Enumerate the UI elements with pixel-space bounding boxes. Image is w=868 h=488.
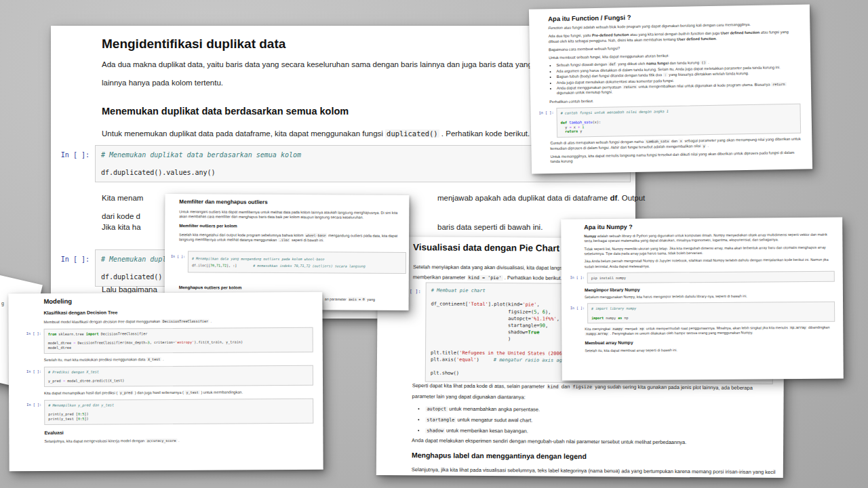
paragraph: Untuk membuat sebuah fungsi, kita dapat … (549, 51, 800, 60)
paragraph: Setelah kita mengetahui dari output kode… (179, 232, 403, 243)
paragraph: Anda dapat melakukan eksperimen sendiri … (412, 435, 686, 447)
section-heading: Menemukan duplikat data berdasarkan semu… (102, 106, 349, 117)
section-heading: Mengimpor library Numpy (585, 286, 835, 293)
paragraph: Kita menyingkat numpy menjadi np untuk m… (585, 325, 835, 337)
paragraph: Membuat model klasifikasi dengan decisio… (44, 319, 313, 325)
paragraph: Numpy adalah sebuah library di Python ya… (584, 232, 834, 244)
paragraph-line: lainnya hanya pada kolom tertentu. (102, 79, 223, 87)
cell-prompt: In [ ]: (167, 251, 188, 259)
paragraph: Setelah itu, kita dapat membuat array se… (585, 346, 835, 353)
code-cell: In [ ]: # Menampilkan data yang mengandu… (167, 251, 406, 274)
paragraph: Seperti dapat kita lihat pada kode di at… (412, 380, 775, 404)
cell-prompt: In [ ]: (21, 329, 44, 337)
paragraph: Perhatikan contoh berikut. (549, 96, 800, 105)
paragraph-fragment: an parameter axis = 0 yang (325, 297, 375, 302)
paragraph: Bagaimana cara membuat sebuah fungsi? (549, 43, 800, 52)
parameter-list: autopct untuk menambahkan angka persenta… (416, 403, 540, 436)
paragraph: Contoh di atas merupakan sebuah fungsi d… (550, 137, 801, 151)
paragraph: Kita dapat menampilkan hasil dari predik… (44, 390, 313, 396)
cell-prompt: In [ ]: (21, 400, 44, 408)
code-editor[interactable]: # import library numpy import numpy as n… (587, 302, 835, 323)
paragraph: Function atau fungsi adalah sebuah blok … (548, 22, 799, 31)
paragraph: Setelah itu, mari kita melakukan prediks… (44, 356, 313, 362)
list-item: autopct untuk menambahkan angka persenta… (425, 403, 540, 415)
paragraph-line: Ada dua makna duplikat data, yaitu baris… (102, 60, 563, 68)
section-heading: Evaluasi (44, 428, 313, 434)
page-title: Mengidentifikasi duplikat data (102, 37, 285, 52)
code-cell: In [ ]: pip install numpy (568, 270, 835, 283)
rule-list: Sebuah fungsi diawali dengan def yang di… (549, 59, 800, 96)
cell-prompt: In [ ]: (568, 304, 587, 311)
page-title: Visualisasi data dengan Pie Chart (413, 242, 559, 253)
paragraph: Ada dua tipe fungsi, yaitu Pre-defined f… (549, 30, 800, 44)
cell-prompt: In [ ]: (21, 367, 44, 375)
paragraph-fragment: baris data seperti di bawah ini. (437, 223, 542, 231)
page-title: Apa itu Numpy ? (584, 224, 834, 230)
code-cell: In [ ]: # import library numpy import nu… (568, 302, 835, 324)
code-editor[interactable]: # Menampilkan y_pred dan y_test print(y_… (44, 399, 313, 424)
code-cell: In [ ]: # contoh fungsi untuk menambah n… (537, 104, 801, 138)
page-title: Memfilter dan menghapus outliers (179, 199, 267, 205)
paragraph: Tidak seperti list, Numpy memiliki ukura… (584, 245, 834, 256)
notebook-page-modeling: Modeling Klasifikasi dengan Decision Tre… (8, 292, 323, 471)
paragraph-fragment: Jika kita ha (102, 223, 141, 231)
list-item: startangle untuk mengatur sudut awal cha… (425, 414, 540, 426)
paragraph-fragment: dari kode d (102, 212, 140, 220)
section-heading: Klasifikasi dengan Decision Tree (43, 309, 313, 315)
code-cell: In [ ]: # Prediksi dengan X_test y_pred … (21, 365, 313, 387)
code-cell: In [ ]: from sklearn.tree import Decisio… (21, 327, 313, 354)
code-editor[interactable]: # Menampilkan data yang mengandung outli… (188, 251, 406, 274)
background-sheet-text-fragment: g (1, 301, 4, 306)
code-editor[interactable]: pip install numpy (587, 270, 835, 283)
code-editor[interactable]: # contoh fungsi untuk menambah nilai den… (556, 104, 801, 138)
paragraph: Untuk menangani outliers kita dapat memf… (179, 209, 397, 220)
paragraph-fragment: Kita menam (102, 194, 143, 202)
code-cell: In [ ]: # Menampilkan y_pred dan y_test … (21, 399, 313, 425)
page-title: Apa itu Function / Fungsi ? (548, 12, 799, 22)
paragraph-fragment: menjawab apakah ada duplikat data di dat… (437, 194, 645, 202)
paragraph: Jika Anda belum pernah menginstall Numpy… (585, 258, 835, 269)
paragraph: Untuk memanggilnya, kita dapat menulis l… (551, 150, 802, 164)
paragraph: Selanjutnya, jika kita lihat pada visual… (412, 464, 776, 477)
code-editor[interactable]: from sklearn.tree import DecisionTreeCla… (44, 327, 313, 353)
paragraph: Sebelum menggunakan Numpy, kita harus me… (585, 293, 835, 300)
paragraph: Selanjutnya, kita dapat mengevaluasi kin… (44, 438, 313, 444)
cell-prompt: In [ ]: (537, 108, 556, 116)
notebook-page-function: Apa itu Function / Fungsi ? Function ata… (529, 4, 812, 174)
section-heading: Memfilter outliers per kolom (179, 223, 237, 228)
cell-prompt: In [ ]: (51, 249, 95, 263)
cell-prompt: In [ ]: (568, 272, 587, 280)
code-editor[interactable]: # Prediksi dengan X_test y_pred = model_… (44, 365, 313, 387)
section-heading: Menghapus label dan menggantinya dengan … (412, 450, 587, 462)
paragraph-line: Untuk menemukan duplikat data pada dataf… (102, 129, 530, 138)
section-heading: Membuat array Numpy (585, 339, 835, 346)
notebook-page-numpy: Apa itu Numpy ? Numpy adalah sebuah libr… (561, 218, 844, 381)
page-title: Modeling (43, 298, 313, 304)
section-heading: Menghapus outliers per kolom (179, 285, 242, 290)
cell-prompt: In [ ]: (51, 145, 95, 159)
